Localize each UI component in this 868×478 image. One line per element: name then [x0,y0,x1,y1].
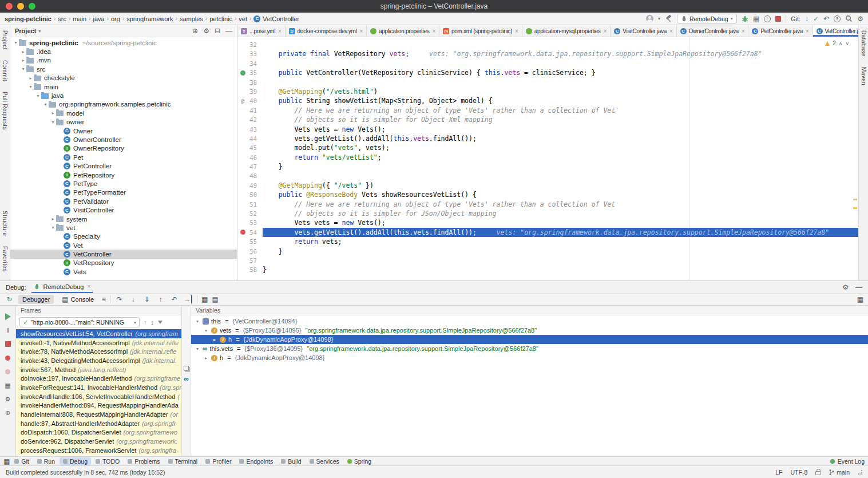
encoding-indicator[interactable]: UTF-8 [790,469,807,476]
close-icon[interactable]: × [87,283,90,290]
close-icon[interactable]: × [806,28,809,34]
editor-gutter[interactable]: 39 [237,87,263,96]
editor-tab[interactable]: Ddocker-compose.dev.yml× [286,25,367,37]
breadcrumb-item[interactable]: samples [180,15,203,22]
resize-grip-icon[interactable] [858,470,862,475]
frame-row[interactable]: invokeForRequest:141, InvocableHandlerMe… [16,383,181,392]
editor-line[interactable]: 42 // objects so it is simpler for Objec… [237,115,858,124]
drop-frame-icon[interactable]: ↶ [169,295,179,303]
tree-toggle-icon[interactable]: ▾ [50,225,56,230]
project-tree-row[interactable]: IVetRepository [10,259,237,267]
editor-line[interactable]: 35 public VetController(VetRepository cl… [237,68,858,77]
event-log-button[interactable]: Event Log [838,458,865,465]
rerun-program-icon[interactable]: ↻ [5,295,14,303]
debug-settings-icon[interactable]: ⚙ [842,284,849,291]
project-tree-row[interactable]: CVisitController [10,206,237,214]
editor-gutter[interactable]: 48 [237,171,263,180]
thread-select[interactable]: ✓ "http-nio-8080-..."main": RUNNING ▾ [19,317,140,327]
project-panel-title[interactable]: Project [15,27,36,34]
tree-toggle-icon[interactable]: ▸ [50,110,56,116]
tree-toggle-icon[interactable]: ▾ [50,120,56,125]
force-step-into-icon[interactable]: ⇓ [142,295,152,303]
minimize-window-icon[interactable] [17,3,24,10]
frame-row[interactable]: handle:87, AbstractHandlerMethodAdapter(… [16,419,181,428]
project-tree-row[interactable]: IPetRepository [10,171,237,179]
git-update-icon[interactable]: ↓ [805,15,808,23]
variable-row[interactable]: ▾fvets = {$Proxy136@14095} "org.springfr… [191,326,868,335]
breadcrumb-item[interactable]: src [58,15,66,22]
editor-line[interactable]: 48 [237,171,858,180]
editor-tab[interactable]: CVetController.java× [813,25,859,37]
watch-return-values-icon[interactable]: ∞ [184,376,189,382]
editor-line[interactable]: 32 [237,40,858,49]
debugger-settings-icon[interactable]: ⚙ [4,395,12,403]
close-icon[interactable]: × [669,28,673,34]
editor-gutter[interactable]: 45 [237,143,263,152]
read-only-lock-icon[interactable] [815,471,821,475]
mute-breakpoints-icon[interactable] [4,368,12,376]
project-tree-row[interactable]: ▾java [10,91,237,100]
previous-frame-icon[interactable]: ↑ [144,319,147,326]
history-icon[interactable] [834,15,841,22]
editor-line[interactable]: 50 public @ResponseBody Vets showResourc… [237,190,858,199]
run-configuration-select[interactable]: RemoteDebug ▾ [677,14,737,23]
stripe-button-database[interactable]: Database [861,30,867,57]
git-rollback-icon[interactable]: ↶ [823,15,829,22]
avatar-dropdown-icon[interactable]: ▾ [658,16,660,21]
editor-gutter[interactable]: @40 [237,96,263,105]
frame-row[interactable]: invoke:567, Method(java.lang.reflect) [16,365,181,374]
editor-tab[interactable]: COwnerController.java× [677,25,749,37]
project-tree-row[interactable]: CVet [10,241,237,250]
coverage-icon[interactable]: ▦ [753,15,759,22]
editor-line[interactable]: 56 } [237,247,858,256]
editor-gutter[interactable]: 54 [237,228,263,237]
editor-gutter[interactable]: 42 [237,115,263,124]
frame-row[interactable]: doService:962, DispatcherServlet(org.spr… [16,437,181,446]
variable-row[interactable]: ▾this = {VetController@14094} [191,317,868,326]
editor-line[interactable]: 47 } [237,162,858,171]
editor-tab[interactable]: application.properties× [367,25,439,37]
close-icon[interactable]: × [515,28,518,34]
stripe-button-maven[interactable]: Maven [861,67,867,85]
tree-toggle-icon[interactable]: ▸ [20,58,26,63]
frame-row[interactable]: showResourcesVetList:54, VetController(o… [16,329,181,338]
layout-options-icon[interactable]: ≡ [102,296,106,303]
editor-gutter[interactable]: 44 [237,134,263,143]
editor-tab[interactable]: CVisitController.java× [611,25,676,37]
toolwindow-button-endpoints[interactable]: Endpoints [236,457,276,465]
tree-toggle-icon[interactable]: ▸ [50,216,56,222]
toolwindow-button-services[interactable]: Services [306,457,343,465]
editor-line[interactable]: 38 [237,78,858,87]
editor-gutter[interactable]: 34 [237,59,263,68]
close-icon[interactable]: × [742,28,745,34]
project-tree-row[interactable]: CVetController [10,250,237,258]
stripe-button-pull-requests[interactable]: Pull Requests [2,92,8,130]
toolwindow-button-spring[interactable]: Spring [344,457,375,465]
breadcrumb-leaf[interactable]: CVetController [253,15,299,22]
project-tree-row[interactable]: CVets [10,267,237,276]
breadcrumb-item[interactable]: springframework [126,15,173,22]
project-tree-row[interactable]: IOwnerRepository [10,144,237,153]
editor-gutter[interactable]: 58 [237,265,263,274]
editor-gutter[interactable]: 57 [237,256,263,265]
close-window-icon[interactable] [6,3,13,10]
settings-icon[interactable]: ⚙ [857,15,863,22]
editor-line[interactable]: 55 return vets; [237,237,858,246]
project-tree-row[interactable]: ▾spring-petclinic~/sources/spring-petcli… [10,38,237,47]
project-tree-row[interactable]: ▾vet [10,223,237,232]
editor-gutter[interactable]: 33 [237,49,263,58]
project-tree-row[interactable]: ▸checkstyle [10,74,237,82]
code-editor[interactable]: 3233 private final VetRepository vets; v… [237,37,858,281]
line-separator-indicator[interactable]: LF [775,469,782,476]
project-tree-row[interactable]: ▸.idea [10,47,237,56]
stripe-button-favorites[interactable]: Favorites [2,246,8,272]
tree-toggle-icon[interactable]: ▸ [203,355,209,361]
stripe-button-structure[interactable]: Structure [2,211,8,236]
tree-toggle-icon[interactable]: ▾ [35,93,41,98]
dump-threads-icon[interactable]: ▤ [212,296,218,303]
debug-button-icon[interactable] [742,15,748,22]
breadcrumb-item[interactable]: org [111,15,120,22]
editor-line[interactable]: 52 // objects so it is simpler for JSon/… [237,209,858,218]
git-branch-widget[interactable]: main [829,469,850,476]
tree-toggle-icon[interactable]: ▾ [195,319,200,324]
